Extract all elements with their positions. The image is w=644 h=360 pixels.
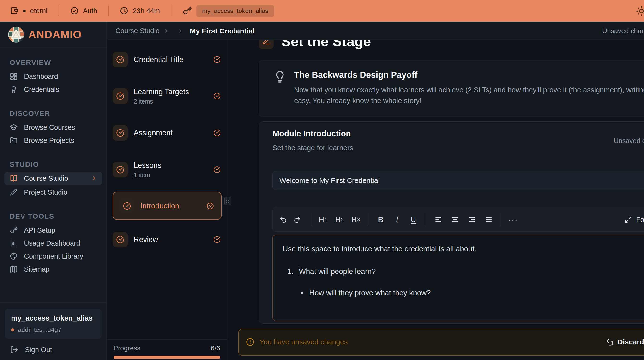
breadcrumb-course-studio[interactable]: Course Studio	[116, 27, 160, 35]
align-center-button[interactable]	[449, 212, 461, 227]
sidebar-item-label: Browse Projects	[24, 136, 74, 144]
user-address: addr_tes...u4g7	[18, 326, 62, 333]
sidebar-item-api-setup[interactable]: API Setup	[0, 224, 106, 237]
align-left-button[interactable]	[432, 212, 444, 227]
sidebar-item-label: Usage Dashboard	[24, 239, 80, 247]
sidebar-item-project-studio[interactable]: Project Studio	[0, 186, 106, 199]
align-right-button[interactable]	[466, 212, 478, 227]
lightbulb-icon	[274, 70, 286, 83]
step-check-iconbox	[119, 198, 135, 214]
sidebar-item-dashboard[interactable]: Dashboard	[0, 70, 106, 83]
sidebar-item-browse-projects[interactable]: Browse Projects	[0, 134, 106, 147]
align-center-icon	[451, 216, 459, 224]
circle-check-icon	[116, 165, 124, 174]
redo-icon	[293, 216, 301, 224]
toolbar-divider	[311, 213, 311, 226]
unsaved-message: You have unsaved changes	[260, 338, 348, 346]
circle-check-icon	[123, 202, 131, 210]
circle-check-icon	[116, 56, 124, 64]
topbar-divider	[58, 6, 59, 16]
list-number: 1.	[273, 267, 298, 276]
step-credential-title[interactable]: Credential Title	[112, 52, 222, 67]
step-learning-targets[interactable]: Learning Targets 2 items	[112, 88, 222, 104]
access-token[interactable]: my_access_token_alias	[182, 5, 274, 17]
user-alias: my_access_token_alias	[11, 314, 95, 322]
sidebar-item-credentials[interactable]: Credentials	[0, 83, 106, 96]
palette-icon	[10, 252, 18, 260]
bullet-item-text: How will they prove what they know?	[309, 289, 431, 297]
key-icon	[10, 226, 18, 234]
circle-check-icon	[214, 93, 220, 100]
step-check-iconbox	[112, 125, 128, 141]
editor-ordered-item: 1.What will people learn?	[273, 267, 376, 276]
chevron-right-icon	[91, 175, 98, 182]
redo-button[interactable]	[291, 212, 304, 227]
sidebar-item-label: Credentials	[24, 86, 59, 93]
toolbar-divider	[425, 213, 425, 226]
sidebar-item-sitemap[interactable]: Sitemap	[0, 263, 106, 276]
heading1-button[interactable]: H1	[317, 212, 329, 227]
step-review[interactable]: Review	[112, 232, 222, 247]
editor-toolbar: H1 H2 H3 B I U	[272, 207, 644, 232]
panel-resize-handle[interactable]	[224, 197, 231, 205]
step-check-iconbox	[112, 88, 128, 104]
rich-text-editor[interactable]: Use this space to introduce what the cre…	[272, 235, 644, 321]
wallet-status[interactable]: eternl	[10, 6, 48, 15]
module-title: Module Introduction	[272, 129, 351, 138]
brand-block[interactable]: ANDAMIO	[0, 22, 106, 48]
sidebar-footer: my_access_token_alias addr_tes...u4g7 Si…	[0, 302, 106, 360]
theme-toggle[interactable]	[636, 6, 644, 17]
step-lessons[interactable]: Lessons 1 item	[112, 162, 222, 177]
token-alias-pill[interactable]: my_access_token_alias	[196, 5, 274, 17]
nav-section-dev-tools: DEV TOOLS	[10, 212, 97, 220]
sidebar-item-browse-courses[interactable]: Browse Courses	[0, 121, 106, 134]
graduation-cap-icon	[10, 123, 18, 131]
bold-button[interactable]: B	[374, 212, 387, 227]
circle-check-icon	[207, 202, 214, 210]
nav-section-studio: STUDIO	[10, 160, 97, 168]
main-content: Set the Stage The Backwards Design Payof…	[227, 40, 644, 360]
sidebar-item-component-library[interactable]: Component Library	[0, 250, 106, 263]
ordered-item-text: What will people learn?	[299, 267, 376, 276]
more-options-button[interactable]: ···	[507, 212, 520, 227]
check-circle-icon	[70, 7, 79, 15]
sidebar-item-label: API Setup	[24, 226, 56, 234]
align-justify-icon	[485, 216, 492, 224]
user-card[interactable]: my_access_token_alias addr_tes...u4g7	[5, 309, 102, 339]
heading3-button[interactable]: H3	[350, 212, 362, 227]
pen-iconbox	[259, 40, 274, 49]
focus-mode-button[interactable]: Focus	[624, 212, 644, 227]
discard-button[interactable]: Discard	[618, 338, 644, 346]
step-label: Credential Title	[134, 55, 184, 64]
editor-paragraph: Use this space to introduce what the cre…	[282, 245, 476, 253]
sidebar-item-usage-dashboard[interactable]: Usage Dashboard	[0, 237, 106, 250]
step-assignment[interactable]: Assignment	[112, 125, 222, 141]
sidebar-item-course-studio[interactable]: Course Studio	[4, 172, 102, 185]
underline-button[interactable]: U	[407, 212, 420, 227]
module-title-input[interactable]	[272, 171, 644, 190]
header-unsaved-status: Unsaved changes	[602, 27, 644, 35]
pen-icon	[262, 40, 270, 45]
wallet-icon	[10, 6, 19, 15]
unsaved-changes-bar: You have unsaved changes Discard	[238, 329, 644, 356]
heading2-button[interactable]: H2	[333, 212, 346, 227]
circle-check-icon	[214, 236, 220, 243]
sun-icon	[636, 6, 644, 17]
auth-status[interactable]: Auth	[70, 7, 98, 15]
auth-label: Auth	[83, 7, 98, 15]
align-justify-button[interactable]	[482, 212, 495, 227]
undo-button[interactable]	[277, 212, 290, 227]
step-introduction-active[interactable]: Introduction	[112, 192, 222, 220]
wallet-name: eternl	[30, 7, 48, 15]
align-right-icon	[468, 216, 476, 224]
topbar-divider	[108, 6, 109, 16]
sign-out-button[interactable]: Sign Out	[10, 345, 102, 354]
italic-button[interactable]: I	[391, 212, 403, 227]
sidebar-item-label: Sitemap	[24, 265, 50, 273]
step-label: Introduction	[140, 202, 179, 210]
step-check-iconbox	[112, 162, 128, 177]
step-label: Lessons	[134, 161, 161, 169]
user-address-row: addr_tes...u4g7	[11, 326, 95, 333]
wallet-dot	[23, 10, 26, 12]
address-dot	[11, 328, 14, 331]
